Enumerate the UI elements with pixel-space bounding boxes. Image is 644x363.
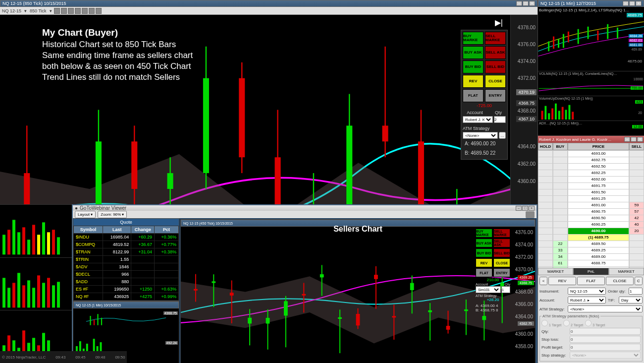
dom-row[interactable]: 4690.0020 (538, 228, 644, 234)
toolbar-icon[interactable] (68, 8, 74, 14)
right-volma-chart[interactable]: VOLMA(NQ 12-15 (1 Min),8), ConstantLines… (538, 71, 644, 96)
dom-row[interactable]: (1) 4689.75 (538, 234, 644, 241)
dom-row[interactable]: 614688.75 (538, 260, 644, 266)
right-adx-chart[interactable]: ADX…(NQ 12-15 (1 Min))… 12.00 (538, 121, 644, 136)
rev-button[interactable]: REV (463, 75, 483, 88)
dom-row[interactable]: 4691.25 (538, 195, 644, 202)
dom-row[interactable]: 334689.25 (538, 247, 644, 253)
close-position-button[interactable]: CLOSE (493, 258, 510, 267)
toolbar-icon[interactable] (61, 8, 67, 14)
dom-row[interactable]: 4690.7557 (538, 208, 644, 215)
rev-button[interactable]: REV (476, 258, 492, 267)
maximize-button[interactable]: □ (523, 1, 529, 6)
dom-row[interactable]: 344689.00 (538, 253, 644, 260)
sell-market-button[interactable]: SELL MARKE (485, 32, 506, 45)
close-button[interactable]: CLOSE (606, 277, 634, 285)
main-chart[interactable]: My Chart (Buyer) Historical Chart set to… (0, 15, 537, 363)
buy-market-button[interactable]: BUY MARKE (463, 32, 483, 45)
quote-row[interactable]: $COMPQ4819.52+36.67+0.77% (74, 241, 179, 248)
svg-rect-83 (284, 301, 288, 315)
atm-config-button[interactable]: … (499, 132, 506, 139)
quote-row[interactable]: $TRIN1.55 (74, 256, 179, 263)
svg-rect-19 (346, 125, 352, 205)
dom-row[interactable]: 224689.50 (538, 241, 644, 247)
svg-rect-31 (27, 240, 30, 254)
tif-select[interactable]: Day (619, 297, 643, 303)
dom-row[interactable]: 4692.50 (538, 163, 644, 170)
flat-button[interactable]: FLAT (476, 268, 492, 277)
close-position-button[interactable]: CLOSE (485, 75, 506, 88)
sell-bid-button[interactable]: SELL BID (485, 60, 506, 73)
gotow-close[interactable]: × (529, 206, 535, 211)
quote-row[interactable]: ES #F199650+1250+0.63% (74, 286, 179, 293)
toolbar-icon[interactable] (82, 8, 88, 14)
order-qty-input[interactable] (629, 288, 643, 295)
quote-row[interactable]: $INDU16985.04+60.29+0.36% (74, 234, 179, 241)
chart-forward-icon[interactable]: ▶| (495, 18, 503, 27)
entry-button[interactable]: ENTRY (493, 268, 510, 277)
quote-row[interactable]: NQ #F436925+4275+0.99% (74, 293, 179, 301)
right-chart-titlebar: NQ 12-15 (1 Min) 12/7/2015 –□× (538, 0, 644, 7)
account-select[interactable]: Robert J. ▸ (568, 297, 606, 303)
dom-row[interactable]: 4691.75 (538, 182, 644, 189)
svg-rect-47 (47, 278, 50, 307)
toolbar-icon[interactable] (54, 8, 60, 14)
svg-rect-9 (167, 173, 173, 189)
scroll-left-button[interactable]: < (539, 277, 547, 285)
atm-select[interactable]: <None> (463, 132, 498, 139)
zoom-button[interactable]: Zoom: 96% ▾ (98, 211, 127, 218)
sell-ask-button[interactable]: SELL ASK (485, 46, 506, 59)
toolbar-interval[interactable]: 850 Tick (29, 8, 48, 13)
minimize-button[interactable]: – (516, 1, 522, 6)
buy-market-button[interactable]: BUY MARKE (476, 229, 492, 238)
qty-input[interactable] (494, 116, 506, 123)
svg-rect-13 (239, 78, 245, 158)
buy-bid-button[interactable]: BUY BID (463, 60, 483, 73)
flat-button[interactable]: FLAT (577, 277, 605, 285)
instrument-select[interactable]: NQ 12-15 (568, 288, 606, 295)
sell-market-button[interactable]: SELL MARKE (493, 229, 510, 238)
quote-row[interactable]: $ADV1846 (74, 263, 179, 271)
svg-rect-46 (42, 283, 45, 307)
toolbar-icon[interactable] (89, 8, 95, 14)
gotow-minimize[interactable]: – (516, 206, 522, 211)
right-volume-chart[interactable]: VolumeUpDown(NQ 12-15 (1 Min)) 423 20 (538, 96, 644, 121)
quote-row[interactable]: $DECL966 (74, 271, 179, 278)
svg-rect-49 (57, 282, 60, 307)
dom-row[interactable]: 4693.00 (538, 150, 644, 157)
svg-rect-108 (548, 41, 549, 51)
toolbar-icon[interactable] (96, 8, 102, 14)
right-bollinger-chart[interactable]: Bollinger(NQ 12-15 (1 Min),2,14), LTSRub… (538, 7, 644, 71)
gotow-maximize[interactable]: □ (522, 206, 528, 211)
quote-row[interactable]: $TRAN8122.99+31.04+0.38% (74, 248, 179, 256)
dom-row[interactable]: 4691.50 (538, 189, 644, 195)
dom-row[interactable]: 4690.5042 (538, 215, 644, 221)
toolbar-icon[interactable] (75, 8, 81, 14)
gotow-titlebar: ● GoToWebinar Viewer – □ × (73, 205, 537, 211)
atm-strategy-select[interactable]: <None> (568, 305, 643, 312)
svg-rect-79 (248, 318, 252, 324)
buy-bid-button[interactable]: BUY BID (476, 248, 492, 257)
camera-icon[interactable] (526, 211, 535, 218)
account-select[interactable]: Robert J. Kozc (463, 116, 493, 123)
dom-row[interactable]: 4692.25 (538, 170, 644, 176)
entry-button[interactable]: ENTRY (485, 89, 506, 102)
toolbar-instrument[interactable]: NQ 12-15 (1, 8, 22, 13)
sell-ask-button[interactable]: SELL ASK (493, 239, 510, 247)
buy-ask-button[interactable]: BUY ASK (476, 239, 492, 247)
rev-button[interactable]: REV (548, 277, 576, 285)
layout-button[interactable]: Layout ▾ (75, 211, 96, 218)
cancel-button[interactable]: C (635, 277, 643, 285)
dom-row[interactable]: 4690.2540 (538, 221, 644, 228)
sellers-chart[interactable]: NQ 12-15 (450 Tick) 10/15/2015 Sellers C… (180, 219, 536, 363)
flat-button[interactable]: FLAT (463, 89, 483, 102)
sell-bid-button[interactable]: SELL BID (493, 248, 510, 257)
sellers-trade-panel: BUY MARKE SELL MARKE BUY ASK SELL ASK BU… (476, 229, 510, 312)
close-button[interactable]: × (529, 1, 535, 6)
dom-row[interactable]: 4692.00 (538, 176, 644, 182)
quote-row[interactable]: $ADD880 (74, 278, 179, 286)
dom-row[interactable]: 4691.0059 (538, 202, 644, 208)
svg-rect-30 (22, 227, 25, 254)
buy-ask-button[interactable]: BUY ASK (463, 46, 483, 59)
dom-row[interactable]: 4692.75 (538, 157, 644, 163)
